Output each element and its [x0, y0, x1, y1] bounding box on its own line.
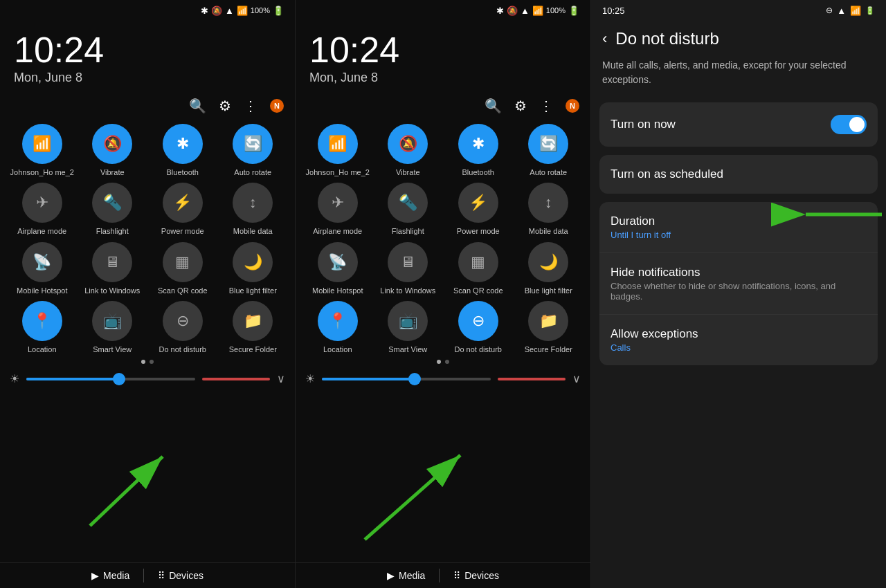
tile-label-7: Mobile data	[529, 226, 568, 236]
brightness-fill-2	[322, 378, 415, 380]
allow-exceptions-label: Allow exceptions	[611, 327, 698, 341]
hide-notifications-row[interactable]: Hide notifications Choose whether to hid…	[599, 253, 878, 315]
tile-icon-0: 📶	[22, 124, 62, 164]
notification-badge-2[interactable]: N	[566, 99, 579, 113]
media-button-1[interactable]: ▶ Media	[91, 570, 129, 581]
tile-item-9[interactable]: 🖥Link to Windows	[80, 242, 145, 295]
notification-badge[interactable]: N	[270, 99, 284, 113]
tile-label-0: Johnson_Ho me_2	[10, 167, 74, 177]
media-label-2: Media	[399, 570, 425, 581]
tile-item-4[interactable]: ✈Airplane mode	[10, 183, 75, 236]
tile-item-2[interactable]: ✱Bluetooth	[446, 124, 511, 177]
tile-item-0[interactable]: 📶Johnson_Ho me_2	[10, 124, 75, 177]
media-button-2[interactable]: ▶ Media	[387, 570, 425, 581]
turn-on-scheduled-row[interactable]: Turn on as scheduled	[599, 155, 878, 194]
tile-icon-11: 🌙	[528, 242, 568, 282]
tile-item-5[interactable]: 🔦Flashlight	[376, 183, 441, 236]
divider-2	[439, 569, 440, 582]
battery-s: 🔋	[865, 6, 875, 15]
gear-icon[interactable]: ⚙	[219, 98, 231, 114]
brightness-accent-2	[498, 378, 566, 380]
tile-item-11[interactable]: 🌙Blue light filter	[516, 242, 581, 295]
wifi-icon-s: ▲	[837, 6, 846, 16]
settings-time: 10:25	[602, 6, 625, 16]
tile-item-8[interactable]: 📡Mobile Hotspot	[305, 242, 370, 295]
brightness-thumb-1[interactable]	[113, 373, 125, 385]
clock-date-2: Mon, June 8	[309, 71, 577, 85]
turn-on-now-row[interactable]: Turn on now	[599, 102, 878, 147]
tile-item-8[interactable]: 📡Mobile Hotspot	[10, 242, 75, 295]
gear-icon-2[interactable]: ⚙	[514, 98, 527, 114]
brightness-track-2[interactable]	[322, 378, 491, 380]
tile-item-13[interactable]: 📺Smart View	[80, 301, 145, 354]
tile-item-1[interactable]: 🔕Vibrate	[80, 124, 145, 177]
tile-item-3[interactable]: 🔄Auto rotate	[221, 124, 286, 177]
tile-item-10[interactable]: ▦Scan QR code	[150, 242, 215, 295]
tile-item-1[interactable]: 🔕Vibrate	[376, 124, 441, 177]
turn-on-now-section: Turn on now	[599, 102, 878, 147]
settings-panel: 10:25 ⊖ ▲ 📶 🔋 ‹ Do not disturb Mute all …	[591, 0, 886, 588]
tile-icon-6: ⚡	[163, 183, 203, 223]
tile-icon-5: 🔦	[388, 183, 428, 223]
dot-active-2	[437, 360, 441, 364]
devices-button-2[interactable]: ⠿ Devices	[453, 570, 499, 581]
tile-item-6[interactable]: ⚡Power mode	[446, 183, 511, 236]
more-icon[interactable]: ⋮	[244, 98, 257, 114]
devices-button-1[interactable]: ⠿ Devices	[158, 570, 204, 581]
tile-item-7[interactable]: ↕Mobile data	[221, 183, 286, 236]
dot-2	[150, 360, 154, 364]
tile-icon-11: 🌙	[233, 242, 273, 282]
brightness-track-1[interactable]	[26, 378, 195, 380]
svg-line-3	[365, 455, 460, 540]
tile-item-15[interactable]: 📁Secure Folder	[221, 301, 286, 354]
tile-icon-8: 📡	[22, 242, 62, 282]
tile-item-9[interactable]: 🖥Link to Windows	[376, 242, 441, 295]
tile-icon-2: ✱	[163, 124, 203, 164]
tile-item-15[interactable]: 📁Secure Folder	[516, 301, 581, 354]
tile-icon-4: ✈	[318, 183, 358, 223]
tile-item-11[interactable]: 🌙Blue light filter	[221, 242, 286, 295]
tile-icon-0: 📶	[318, 124, 358, 164]
brightness-chevron-2[interactable]: ∨	[572, 372, 581, 385]
duration-label: Duration	[611, 214, 671, 228]
turn-on-now-toggle[interactable]	[831, 115, 867, 134]
tile-item-13[interactable]: 📺Smart View	[376, 301, 441, 354]
duration-row[interactable]: Duration Until I turn it off	[599, 202, 878, 253]
brightness-chevron-1[interactable]: ∨	[277, 372, 285, 385]
search-icon-2[interactable]: 🔍	[485, 98, 502, 114]
tile-label-7: Mobile data	[233, 226, 273, 236]
tile-icon-3: 🔄	[233, 124, 273, 164]
more-icon-2[interactable]: ⋮	[539, 98, 553, 114]
brightness-thumb-2[interactable]	[408, 373, 421, 385]
search-icon[interactable]: 🔍	[189, 98, 206, 114]
tile-label-0: Johnson_Ho me_2	[306, 167, 370, 177]
tile-item-3[interactable]: 🔄Auto rotate	[516, 124, 581, 177]
tile-item-12[interactable]: 📍Location	[305, 301, 370, 354]
status-icons-2: ✱ 🔕 ▲ 📶 100% 🔋	[496, 6, 579, 16]
tile-item-14[interactable]: ⊖Do not disturb	[446, 301, 511, 354]
tile-item-4[interactable]: ✈Airplane mode	[305, 183, 370, 236]
allow-exceptions-row[interactable]: Allow exceptions Calls	[599, 315, 878, 365]
tile-item-6[interactable]: ⚡Power mode	[150, 183, 215, 236]
settings-header: ‹ Do not disturb	[591, 19, 886, 55]
tile-item-7[interactable]: ↕Mobile data	[516, 183, 581, 236]
tile-item-12[interactable]: 📍Location	[10, 301, 75, 354]
settings-title: Do not disturb	[615, 29, 718, 48]
status-icons-1: ✱ 🔕 ▲ 📶 100% 🔋	[201, 6, 284, 16]
tile-item-2[interactable]: ✱Bluetooth	[150, 124, 215, 177]
tile-icon-6: ⚡	[458, 183, 498, 223]
tile-icon-14: ⊖	[458, 301, 498, 341]
tile-icon-14: ⊖	[163, 301, 203, 341]
dnd-icon: ⊖	[826, 6, 833, 15]
scheduled-section: Turn on as scheduled	[599, 155, 878, 194]
brightness-row-1: ☀ ∨	[0, 365, 295, 388]
tile-item-5[interactable]: 🔦Flashlight	[80, 183, 145, 236]
back-button[interactable]: ‹	[602, 30, 607, 48]
tile-item-0[interactable]: 📶Johnson_Ho me_2	[305, 124, 370, 177]
tile-item-14[interactable]: ⊖Do not disturb	[150, 301, 215, 354]
divider-1	[143, 569, 144, 582]
tile-label-4: Airplane mode	[313, 226, 362, 236]
devices-label-1: Devices	[169, 570, 204, 581]
tile-item-10[interactable]: ▦Scan QR code	[446, 242, 511, 295]
brightness-fill-1	[26, 378, 119, 380]
